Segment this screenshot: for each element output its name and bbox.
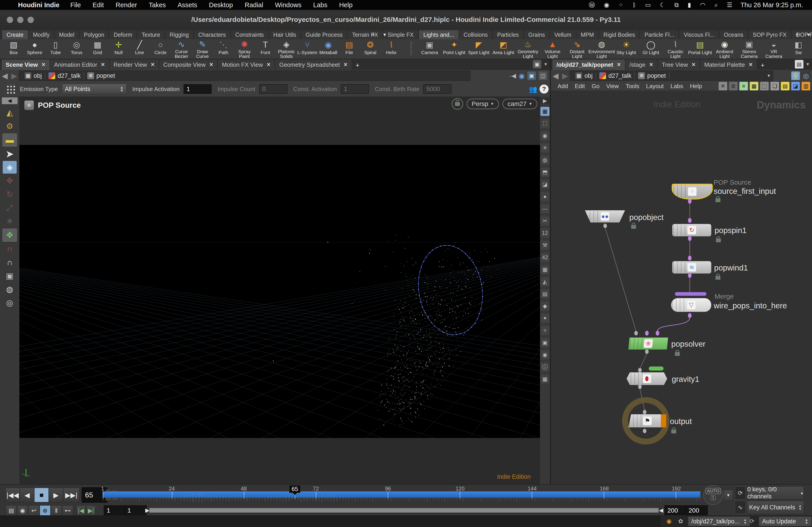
- display-option-icon[interactable]: ⓘ: [540, 362, 549, 372]
- path-dropdown-icon[interactable]: ▼: [767, 74, 771, 78]
- shelf-tool[interactable]: ▲ Volume Light: [540, 40, 565, 59]
- color-palette-icon[interactable]: ▦: [750, 82, 758, 90]
- pane-tab[interactable]: Material Palette✕: [700, 59, 757, 70]
- shelf-tool[interactable]: ⑂ L-System: [297, 40, 318, 59]
- display-option-icon[interactable]: ▦: [540, 107, 549, 116]
- menu-item[interactable]: File: [70, 1, 81, 9]
- view-tool-icon[interactable]: ◭: [3, 106, 17, 119]
- focus-moon-icon[interactable]: ☾: [660, 2, 665, 8]
- structure-icon[interactable]: ≣: [729, 82, 738, 90]
- keys-channels-button[interactable]: 0 keys, 0/0 channels▲: [747, 486, 804, 499]
- shelf-tool[interactable]: ▣ Stereo Camera: [737, 40, 762, 59]
- shelf-tool[interactable]: ◈ Platonic Solids: [276, 40, 297, 59]
- shelf-tool[interactable]: ❂ Spiral: [360, 40, 381, 59]
- menu-item[interactable]: Radial: [245, 1, 263, 9]
- range-start-field[interactable]: 1: [104, 506, 126, 516]
- shelf-tool[interactable]: ⌇ Caustic Light: [663, 40, 688, 59]
- scene-breadcrumb[interactable]: ▦obj d27_talk ❆popnet: [19, 71, 470, 81]
- channel-wave-icon[interactable]: ∿: [735, 501, 746, 514]
- param-field[interactable]: 1: [341, 84, 369, 94]
- pane-menu-icon[interactable]: ▼: [543, 62, 548, 67]
- back-icon[interactable]: ◀: [2, 71, 8, 80]
- pane-layout-icon[interactable]: ▣: [533, 60, 541, 69]
- battery-icon[interactable]: ▮: [688, 2, 691, 8]
- range-start-icon[interactable]: |◀: [76, 506, 86, 516]
- close-tab-icon[interactable]: ✕: [151, 62, 155, 67]
- shelf-tool[interactable]: ◉ Ambient Light: [712, 40, 737, 59]
- node-name-label[interactable]: output: [670, 417, 692, 426]
- display-icon[interactable]: ▭: [645, 2, 651, 8]
- scale-tool-icon[interactable]: ⤢: [3, 201, 17, 214]
- geometry-tool-icon[interactable]: ▬: [2, 133, 17, 147]
- pane-tab[interactable]: Motion FX View✕: [218, 59, 275, 70]
- pin-icon[interactable]: ⚲: [791, 72, 800, 80]
- shelf-tool[interactable]: ◉ Metaball: [318, 40, 339, 59]
- close-tab-icon[interactable]: ✕: [749, 62, 753, 67]
- shelf-tool[interactable]: ▧ Box: [3, 40, 24, 59]
- close-tab-icon[interactable]: ✕: [209, 62, 213, 67]
- menu-item[interactable]: Render: [115, 1, 137, 9]
- frame-end-field[interactable]: 200: [665, 506, 686, 516]
- tick-display-icon[interactable]: ⫴: [51, 506, 62, 516]
- display-option-icon[interactable]: ▶: [540, 98, 549, 104]
- shelf-tab[interactable]: Grains: [523, 30, 550, 39]
- behavior-icon[interactable]: ↩: [28, 506, 39, 516]
- shelf-tool[interactable]: ▤ File: [339, 40, 360, 59]
- update-mode-select[interactable]: Auto Update▲▼: [759, 516, 812, 526]
- translate-tool-icon[interactable]: ✥: [3, 175, 17, 187]
- forward-icon[interactable]: ▶: [562, 71, 568, 80]
- shelf-tool[interactable]: ◎ Torus: [66, 40, 87, 59]
- list-view-icon[interactable]: ≡: [739, 82, 748, 90]
- viewport-canvas[interactable]: [19, 145, 540, 438]
- shelf-tool[interactable]: ♨ Geometry Light: [516, 40, 540, 59]
- camera-lights-icon[interactable]: ⚙: [3, 120, 17, 133]
- pane-tab[interactable]: Geometry Spreadsheet✕: [275, 59, 352, 70]
- asset-icon[interactable]: ▥: [802, 82, 810, 90]
- display-option-icon[interactable]: ⌗: [540, 326, 549, 335]
- pose-tool-icon[interactable]: ✳: [3, 215, 17, 228]
- shelf-tool[interactable]: ◯ GI Light: [639, 40, 663, 59]
- pin-path-icon[interactable]: -◀: [509, 72, 516, 79]
- shelf-tool[interactable]: ▯ Tube: [45, 40, 66, 59]
- shelf-tool[interactable]: ◍ Environment Light: [589, 40, 614, 59]
- shelf-tab[interactable]: Rigid Bodies: [599, 30, 640, 39]
- shelf-tool[interactable]: ✛ Null: [108, 40, 129, 59]
- snap-magnet-icon[interactable]: ∩: [3, 243, 17, 255]
- shelf-tab[interactable]: Collisions: [459, 30, 492, 39]
- shelf-tool[interactable]: ◒ VR Camera: [762, 40, 786, 59]
- close-tab-icon[interactable]: ✕: [617, 62, 621, 67]
- shelf-tab[interactable]: MPM: [576, 30, 599, 39]
- pane-tab[interactable]: Render View✕: [109, 59, 159, 70]
- display-option-icon[interactable]: ▦: [540, 375, 549, 383]
- pane-tab[interactable]: Composite View✕: [159, 59, 218, 70]
- display-option-icon[interactable]: ◪: [540, 180, 549, 189]
- menu-item[interactable]: Labs: [313, 1, 328, 9]
- close-tab-icon[interactable]: ✕: [692, 62, 696, 67]
- play-icon[interactable]: ◉: [604, 2, 609, 8]
- output-display-flag[interactable]: [661, 414, 666, 427]
- shelf-overflow-icon[interactable]: ▼: [379, 30, 391, 39]
- param-field[interactable]: 1: [184, 84, 212, 94]
- shelf-tab[interactable]: Constraints: [231, 30, 269, 39]
- display-option-icon[interactable]: ◉: [540, 131, 549, 140]
- shelf-overflow-icon[interactable]: ▼: [803, 30, 812, 39]
- network-breadcrumb[interactable]: ▦obj d27_talk ❆popnet ▼: [570, 71, 773, 81]
- shelf-tab[interactable]: Texture: [137, 30, 165, 39]
- customize-tools-icon[interactable]: ✕: [719, 82, 727, 90]
- node-popspin1[interactable]: ↻: [672, 224, 711, 237]
- pane-tab[interactable]: Scene View✕: [1, 59, 50, 70]
- scoped-channels-icon[interactable]: ⟳: [735, 486, 746, 499]
- auto-key-button[interactable]: AUTO⚿: [703, 485, 723, 505]
- network-menu-item[interactable]: Layout: [646, 83, 664, 90]
- step-back-button[interactable]: ◀: [20, 488, 34, 502]
- display-option-icon[interactable]: —: [540, 204, 549, 213]
- menu-item[interactable]: Edit: [92, 1, 104, 9]
- shelf-tool[interactable]: ○ Circle: [150, 40, 171, 59]
- node-output[interactable]: ⚑: [628, 414, 666, 427]
- forward-icon[interactable]: ▶: [11, 71, 17, 80]
- param-field[interactable]: 0: [259, 84, 287, 94]
- range-handle-left[interactable]: ▶: [145, 507, 149, 513]
- shelf-tool[interactable]: ✺ Spray Paint: [234, 40, 255, 59]
- display-option-icon[interactable]: ▦: [540, 265, 549, 274]
- interrupt-icon[interactable]: ◉: [664, 517, 674, 526]
